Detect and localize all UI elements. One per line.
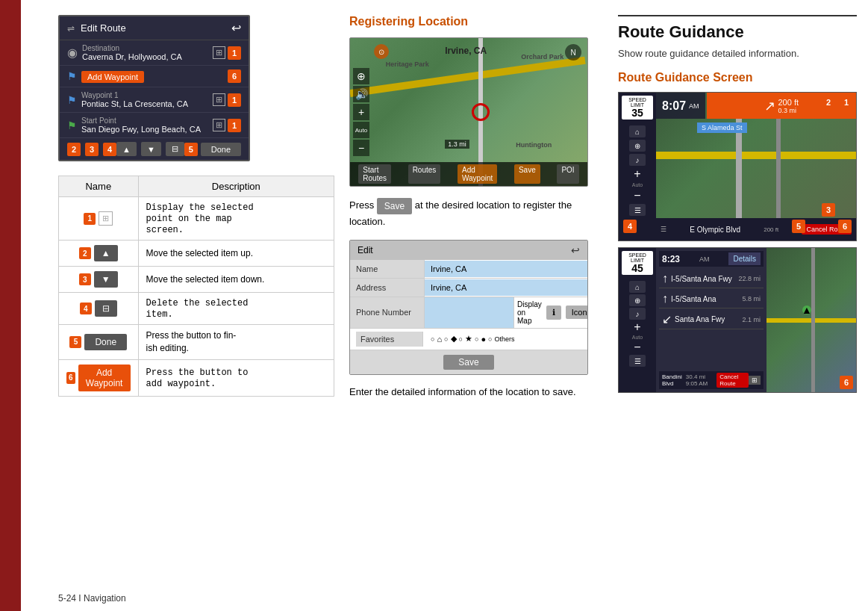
radio-2[interactable]: ○ bbox=[444, 335, 448, 343]
save-btn[interactable]: Save bbox=[514, 164, 540, 184]
radio-circle[interactable]: ● bbox=[481, 335, 486, 344]
map-auto-ctrl[interactable]: Auto bbox=[353, 122, 369, 138]
row-badge-3: 3 bbox=[79, 273, 91, 285]
ef-back-icon[interactable]: ↩ bbox=[571, 244, 580, 256]
radio-5[interactable]: ○ bbox=[488, 335, 492, 343]
grid-icon[interactable]: ⊞ bbox=[213, 46, 225, 59]
middle-column: Registering Location Irvine, CA Heritage… bbox=[349, 15, 603, 596]
radio-diamond[interactable]: ◆ bbox=[451, 334, 457, 344]
wp1-grid-icon[interactable]: ⊞ bbox=[213, 93, 225, 106]
routes-btn[interactable]: Routes bbox=[408, 164, 441, 184]
save-row: Save bbox=[350, 350, 587, 374]
gs1-minus-btn[interactable]: − bbox=[629, 190, 646, 202]
down-button[interactable]: ▼ bbox=[141, 142, 161, 156]
map-huntington-label: Huntington bbox=[516, 141, 552, 149]
delete-button[interactable]: ⊟ bbox=[166, 142, 184, 156]
gs2-minus-btn[interactable]: − bbox=[629, 341, 646, 353]
edit-route-screen: ⇌ Edit Route ↩ ◉ Destination Caverna Dr,… bbox=[58, 15, 250, 161]
gs2-time-str: 30.4 mi 9:05 AM bbox=[686, 373, 716, 387]
table-row-1: 1 ⊞ Display the selectedpoint on the map… bbox=[59, 197, 334, 241]
gs2-map-toggle[interactable]: ⊞ bbox=[749, 376, 761, 385]
gs2-header: 8:23 AM Details bbox=[659, 251, 764, 267]
gs2-road-2-turn: ↑ bbox=[662, 292, 668, 306]
ef-save-btn[interactable]: Save bbox=[443, 355, 493, 370]
gs1-main-road bbox=[656, 152, 856, 159]
up-button[interactable]: ▲ bbox=[116, 142, 137, 156]
radio-4[interactable]: ○ bbox=[475, 335, 478, 343]
edit-route-footer: 2 3 4 ▲ ▼ ⊟ 5 Done bbox=[60, 138, 249, 160]
desc-3: Move the selected item down. bbox=[138, 267, 334, 293]
map-plus-ctrl[interactable]: + bbox=[353, 104, 369, 120]
start-value: San Diego Fwy, Long Beach, CA bbox=[81, 125, 213, 134]
row-badge-6: 6 bbox=[66, 372, 75, 384]
row-badge-5: 5 bbox=[69, 336, 81, 348]
display-btn[interactable]: ℹ bbox=[546, 306, 561, 320]
phone-input[interactable] bbox=[425, 297, 514, 328]
map-minus-ctrl[interactable]: − bbox=[353, 140, 369, 156]
guidance-screen1-wrapper: SPEEDLIMIT 35 ⌂ ⊕ ♪ + Auto − ☰ bbox=[618, 92, 857, 241]
icon-btn[interactable]: Icon bbox=[566, 306, 588, 319]
wp1-actions: ⊞ 1 bbox=[213, 93, 241, 107]
delete-icon-btn[interactable]: ⊟ bbox=[95, 300, 117, 317]
gs2-road-3: ↙ Santa Ana Fwy 2.1 mi bbox=[659, 310, 764, 329]
grid-icon-1: ⊞ bbox=[99, 211, 113, 226]
gs1-plus-btn[interactable]: + bbox=[629, 168, 646, 180]
gs1-badge-2: 2 bbox=[822, 96, 835, 109]
gs2-auto-label: Auto bbox=[632, 335, 643, 340]
route-icon: ⇌ bbox=[67, 23, 75, 34]
flag-icon: ⚑ bbox=[67, 70, 77, 82]
gs1-map-icon: ☰ bbox=[661, 226, 666, 233]
distance-label: 1.3 mi bbox=[445, 140, 469, 149]
radio-3[interactable]: ○ bbox=[459, 335, 463, 343]
desc-2: Move the selected item up. bbox=[138, 241, 334, 267]
up-icon-btn[interactable]: ▲ bbox=[94, 245, 118, 261]
add-waypoint-row[interactable]: ⚑ Add Waypoint 6 bbox=[60, 66, 249, 87]
ef-body: Name Address Phone Number bbox=[350, 260, 587, 374]
ef-header: Edit ↩ bbox=[350, 241, 587, 260]
start-grid-icon[interactable]: ⊞ bbox=[213, 119, 225, 131]
gs2-left-bar: SPEEDLIMIT 45 ⌂ ⊕ ♪ + Auto − ☰ bbox=[619, 248, 656, 392]
start-routes-btn[interactable]: StartRoutes bbox=[358, 164, 391, 184]
gs1-auto-label: Auto bbox=[632, 182, 643, 187]
gs2-plus-btn[interactable]: + bbox=[629, 321, 646, 333]
icon-cell-4: 4 ⊟ bbox=[59, 293, 139, 325]
gs2-details: Details bbox=[728, 252, 761, 265]
gs2-cancel-btn[interactable]: Cancel Route bbox=[716, 373, 749, 388]
radio-house[interactable]: ⌂ bbox=[437, 335, 442, 344]
desc-1: Display the selectedpoint on the mapscre… bbox=[138, 197, 334, 241]
map-park-label: Heritage Park bbox=[386, 61, 429, 68]
address-input[interactable] bbox=[425, 279, 587, 296]
gs1-home-icon: ⌂ bbox=[629, 125, 646, 137]
gs2-map-road-v bbox=[811, 248, 815, 392]
col-desc: Description bbox=[138, 176, 334, 197]
start-flag-icon: ⚑ bbox=[67, 120, 77, 131]
guidance-screen-2: SPEEDLIMIT 45 ⌂ ⊕ ♪ + Auto − ☰ bbox=[618, 247, 857, 393]
done-icon-btn[interactable]: Done bbox=[84, 334, 127, 350]
add-waypoint-button[interactable]: Add Waypoint bbox=[81, 71, 144, 83]
gs2-speed-num: 45 bbox=[623, 263, 652, 273]
main-content: ⇌ Edit Route ↩ ◉ Destination Caverna Dr,… bbox=[21, 0, 868, 611]
screen-title: Route Guidance Screen bbox=[618, 71, 857, 84]
done-button[interactable]: Done bbox=[201, 143, 241, 156]
header-left: ⇌ Edit Route bbox=[67, 22, 126, 34]
save-inline-btn: Save bbox=[377, 198, 412, 214]
gs1-speed-num: 35 bbox=[623, 108, 652, 118]
dest-label: Destination bbox=[82, 44, 213, 52]
table-row-6: 6 Add Waypoint Press the button toadd wa… bbox=[59, 359, 334, 396]
radio-star[interactable]: ★ bbox=[465, 334, 472, 344]
favorites-label: Favorites bbox=[356, 332, 423, 347]
down-icon-btn[interactable]: ▼ bbox=[94, 271, 118, 288]
badge-6: 6 bbox=[228, 69, 241, 83]
wp1-label: Waypoint 1 bbox=[81, 91, 213, 99]
back-icon[interactable]: ↩ bbox=[231, 21, 241, 35]
map-city-label: Irvine, CA bbox=[445, 46, 487, 56]
add-waypoint-icon-btn[interactable]: Add Waypoint bbox=[78, 365, 131, 391]
poi-btn[interactable]: POI bbox=[557, 164, 578, 184]
map-sound-ctrl[interactable]: 🔊 bbox=[353, 86, 369, 102]
ef-title: Edit bbox=[357, 245, 373, 255]
name-input[interactable] bbox=[425, 261, 587, 277]
radio-others[interactable]: Others bbox=[495, 335, 515, 343]
radio-home[interactable]: ○ bbox=[431, 335, 434, 343]
map-bottom-bar: StartRoutes Routes AddWaypoint Save POI bbox=[350, 162, 587, 186]
save-map-btn[interactable]: AddWaypoint bbox=[458, 164, 497, 184]
